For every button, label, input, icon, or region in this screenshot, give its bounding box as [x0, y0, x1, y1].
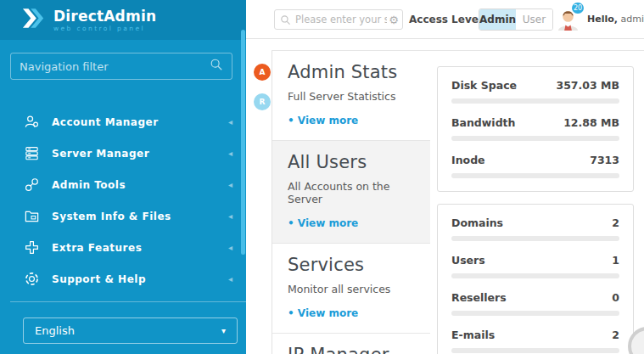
greeting-text: Hello,: [587, 14, 618, 25]
plus-icon: [23, 239, 40, 256]
directadmin-chevrons-icon: [22, 8, 46, 32]
progress-bar: [451, 236, 619, 241]
directadmin-dashboard: DirectAdmin web control panel Account Ma…: [0, 0, 644, 354]
sidebar-header: DirectAdmin web control panel: [0, 0, 246, 40]
stat-label: Users: [451, 254, 485, 267]
topbar: ⚙ Access Level AdminUser 20 Hello, admin…: [246, 0, 644, 39]
menu-item-label: Extra Features: [52, 242, 228, 254]
chevron-left-icon: ◂: [228, 274, 232, 284]
progress-bar: [451, 311, 619, 316]
sidebar-menu: Account Manager ◂ Server Manager ◂ Admin…: [0, 106, 246, 295]
progress-bar: [451, 348, 619, 353]
access-level-label: Access Level: [409, 14, 482, 25]
section-subtitle: All Accounts on the Server: [288, 180, 415, 205]
section-title: IP Manager: [288, 345, 415, 354]
sidebar-menu-item[interactable]: Extra Features ◂: [0, 232, 246, 263]
view-more-link[interactable]: View more: [288, 115, 415, 126]
section-subtitle: Monitor all services: [288, 283, 415, 295]
sidebar-menu-item[interactable]: Account Manager ◂: [0, 106, 246, 138]
user-menu[interactable]: Hello, admin▾: [587, 14, 644, 25]
chevron-down-icon: ▾: [221, 326, 226, 335]
sidebar-scrollbar[interactable]: [241, 30, 245, 255]
sidebar-menu-item[interactable]: Support & Help ◂: [0, 263, 246, 295]
logo-subtitle: web control panel: [53, 25, 156, 32]
usage-card: Disk Space 357.03 MB Bandwidth 12.88 MB …: [437, 66, 634, 192]
level-shortcuts: AR: [254, 64, 271, 110]
navigation-filter: [10, 53, 232, 80]
progress-bar: [451, 98, 619, 104]
username-text: admin: [620, 14, 644, 25]
stat-value: 2: [612, 216, 619, 229]
menu-item-label: Account Manager: [52, 116, 228, 128]
menu-item-label: Support & Help: [52, 273, 228, 285]
sidebar-menu-item[interactable]: System Info & Files ◂: [0, 200, 246, 232]
level-shortcut-a[interactable]: A: [254, 64, 271, 81]
folder-icon: [23, 208, 40, 225]
progress-bar: [451, 273, 619, 278]
sidebar: DirectAdmin web control panel Account Ma…: [0, 0, 246, 354]
sections-list: Admin Stats Full Server Statistics View …: [272, 51, 430, 354]
lifebuoy-icon: [23, 271, 40, 288]
notification-badge[interactable]: 20: [570, 1, 585, 15]
stat-row: E-mails 2: [451, 323, 619, 354]
menu-item-label: System Info & Files: [52, 211, 228, 222]
stat-value: 0: [612, 291, 619, 304]
section-card[interactable]: IP Manager Manage Server IPs View more: [272, 334, 430, 354]
search-icon: [210, 58, 223, 75]
section-title: All Users: [288, 152, 415, 172]
stat-row: Resellers 0: [451, 286, 619, 323]
language-select[interactable]: English ▾: [23, 317, 238, 344]
logo-title: DirectAdmin: [53, 8, 156, 24]
stat-value: 12.88 MB: [563, 116, 619, 129]
search-icon: [280, 14, 291, 25]
section-subtitle: Full Server Statistics: [288, 90, 415, 103]
global-search-input[interactable]: [295, 14, 387, 25]
chevron-left-icon: ◂: [228, 117, 232, 126]
stat-row: Disk Space 357.03 MB: [451, 74, 619, 111]
sidebar-divider: [10, 301, 246, 302]
stat-value: 357.03 MB: [556, 79, 619, 92]
user-icon: [23, 114, 40, 131]
stat-value: 2: [612, 329, 619, 341]
access-level-admin-button[interactable]: Admin: [479, 9, 516, 30]
progress-bar: [451, 136, 619, 141]
stat-row: Users 1: [451, 249, 619, 286]
section-card[interactable]: Admin Stats Full Server Statistics View …: [272, 51, 430, 141]
view-more-link[interactable]: View more: [288, 217, 415, 229]
menu-item-label: Server Manager: [52, 148, 228, 160]
section-title: Admin Stats: [288, 62, 415, 82]
level-shortcut-r[interactable]: R: [254, 93, 271, 110]
section-title: Services: [288, 255, 415, 275]
section-card[interactable]: All Users All Accounts on the Server Vie…: [272, 141, 430, 244]
stat-label: Disk Space: [451, 79, 517, 92]
language-selected: English: [35, 324, 75, 337]
section-card[interactable]: Services Monitor all services View more: [272, 244, 430, 334]
stat-label: Inode: [451, 154, 485, 166]
sidebar-menu-item[interactable]: Server Manager ◂: [0, 138, 246, 169]
navigation-filter-input[interactable]: [20, 60, 210, 73]
menu-item-label: Admin Tools: [52, 179, 228, 191]
access-level-user-button[interactable]: User: [516, 9, 552, 30]
global-search: ⚙: [274, 9, 403, 30]
directadmin-logo[interactable]: DirectAdmin web control panel: [22, 8, 156, 32]
stat-label: Resellers: [451, 291, 507, 304]
chevron-left-icon: ◂: [228, 243, 232, 252]
stat-row: Bandwidth 12.88 MB: [451, 111, 619, 149]
stat-label: Bandwidth: [451, 116, 515, 129]
counts-card-rows: Domains 2 Users 1 Resellers 0 E-mails 2 …: [451, 211, 619, 354]
chevron-left-icon: ◂: [228, 180, 232, 189]
stat-value: 7313: [590, 154, 619, 166]
stat-label: E-mails: [451, 329, 495, 341]
chevron-left-icon: ◂: [228, 149, 232, 158]
search-settings-gear-icon[interactable]: ⚙: [389, 14, 399, 25]
sidebar-menu-item[interactable]: Admin Tools ◂: [0, 169, 246, 200]
chevron-left-icon: ◂: [228, 211, 232, 221]
counts-card: Domains 2 Users 1 Resellers 0 E-mails 2 …: [437, 204, 634, 354]
server-icon: [23, 145, 40, 162]
stat-label: Domains: [451, 216, 503, 229]
progress-bar: [451, 173, 619, 178]
view-more-link[interactable]: View more: [288, 307, 415, 319]
stat-row: Inode 7313: [451, 149, 619, 186]
tools-icon: [23, 177, 40, 194]
stats-cards: Disk Space 357.03 MB Bandwidth 12.88 MB …: [437, 66, 634, 354]
